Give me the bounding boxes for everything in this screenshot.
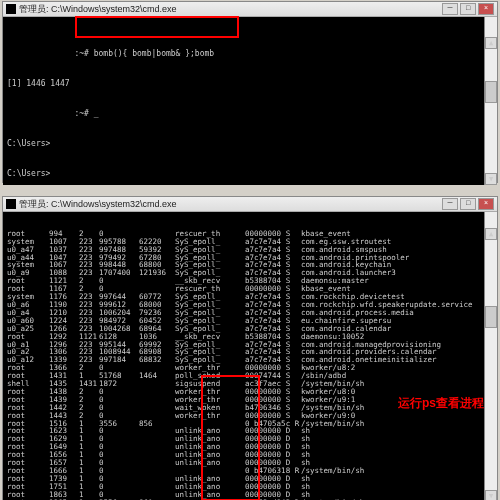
window-buttons-2: ─ □ × bbox=[442, 198, 494, 210]
minimize-button[interactable]: ─ bbox=[442, 198, 458, 210]
pid-output: [1] 1446 1447 bbox=[7, 79, 493, 89]
prompt-cursor: :~# _ bbox=[7, 109, 493, 119]
scroll-up[interactable]: ▲ bbox=[485, 37, 497, 49]
cmd-icon bbox=[6, 4, 16, 14]
terminal-2[interactable]: root99420rescuer_th00000000 Skbase_event… bbox=[3, 212, 497, 500]
titlebar-1[interactable]: 管理员: C:\Windows\system32\cmd.exe ─ □ × bbox=[3, 2, 497, 17]
maximize-button[interactable]: □ bbox=[460, 3, 476, 15]
bomb-command-line: :~# bomb(){ bomb|bomb& };bomb bbox=[7, 49, 493, 59]
terminal-window-2: 管理员: C:\Windows\system32\cmd.exe ─ □ × r… bbox=[2, 196, 498, 500]
title-2: 管理员: C:\Windows\system32\cmd.exe bbox=[19, 198, 177, 211]
titlebar-2[interactable]: 管理员: C:\Windows\system32\cmd.exe ─ □ × bbox=[3, 197, 497, 212]
scroll-down[interactable]: ▼ bbox=[485, 173, 497, 185]
close-button[interactable]: × bbox=[478, 198, 494, 210]
terminal-1[interactable]: ▲ ▼ :~# bomb(){ bomb|bomb& };bomb [1] 14… bbox=[3, 17, 497, 185]
scrollbar-2[interactable]: ▲ ▼ bbox=[484, 212, 497, 500]
title-1: 管理员: C:\Windows\system32\cmd.exe bbox=[19, 3, 177, 16]
minimize-button[interactable]: ─ bbox=[442, 3, 458, 15]
scrollbar-1[interactable]: ▲ ▼ bbox=[484, 17, 497, 185]
scroll-thumb[interactable] bbox=[485, 81, 497, 103]
terminal-window-1: 管理员: C:\Windows\system32\cmd.exe ─ □ × ▲… bbox=[2, 1, 498, 183]
maximize-button[interactable]: □ bbox=[460, 198, 476, 210]
window-buttons-1: ─ □ × bbox=[442, 3, 494, 15]
scroll-up[interactable]: ▲ bbox=[485, 228, 497, 240]
scroll-down[interactable]: ▼ bbox=[485, 490, 497, 500]
prompt: C:\Users> bbox=[7, 139, 493, 149]
prompt: C:\Users> bbox=[7, 169, 493, 179]
cmd-icon bbox=[6, 199, 16, 209]
annotation-text: 运行ps查看进程 bbox=[398, 395, 484, 412]
close-button[interactable]: × bbox=[478, 3, 494, 15]
scroll-thumb[interactable] bbox=[485, 306, 497, 328]
